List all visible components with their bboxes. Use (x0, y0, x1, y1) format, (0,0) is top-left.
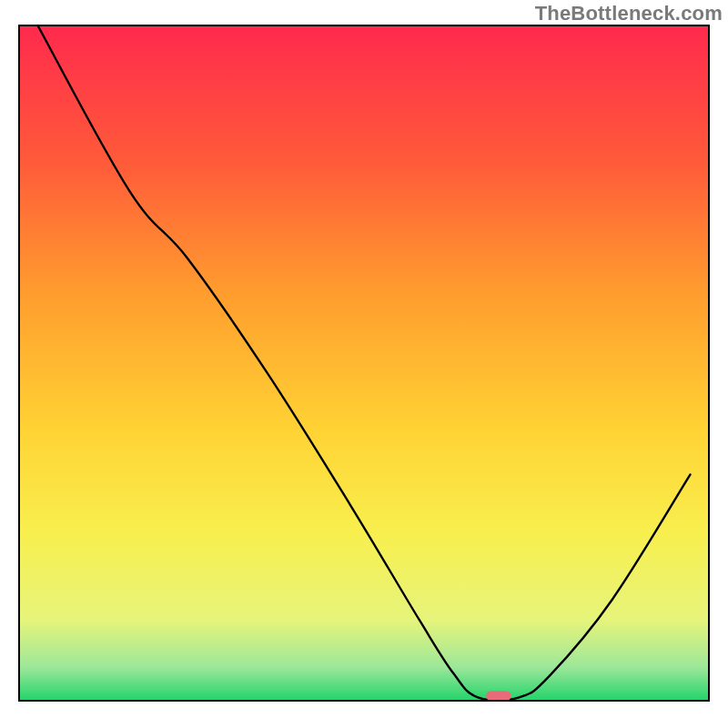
chart-container: TheBottleneck.com (0, 0, 728, 728)
watermark-text: TheBottleneck.com (535, 2, 723, 25)
bottleneck-chart (0, 0, 728, 728)
optimal-marker (486, 691, 511, 701)
plot-background (19, 25, 709, 701)
